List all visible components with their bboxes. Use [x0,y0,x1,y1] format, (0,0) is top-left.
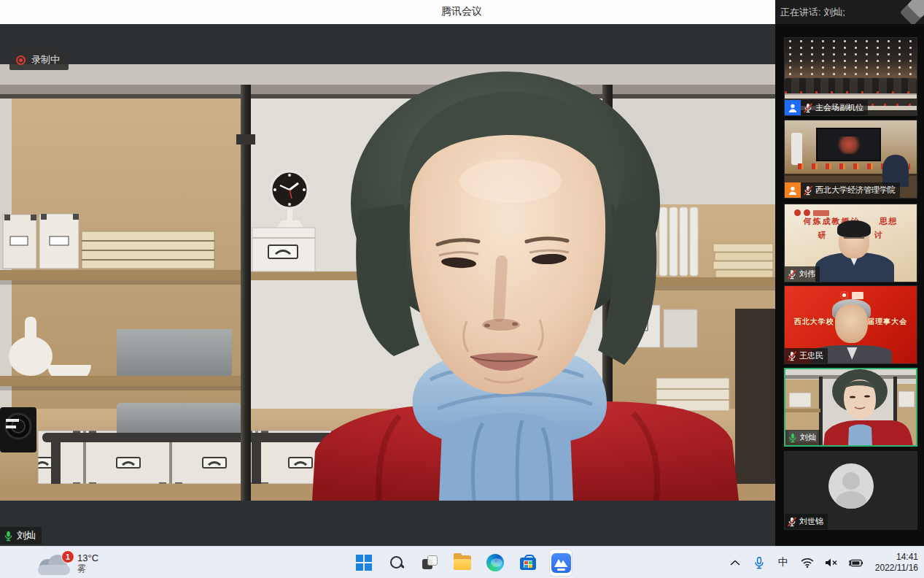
task-view-icon [422,555,438,571]
participant-name: 主会场副机位 [815,102,863,113]
participant-label: 主会场副机位 [801,100,868,115]
taskbar: 1 13°C 雾 [0,546,924,578]
speaker-nametag: 刘灿 [0,527,42,544]
participant-tile-main-venue[interactable]: 主会场副机位 [784,37,917,116]
microsoft-store-button[interactable] [517,550,539,576]
tencent-meeting-icon [551,553,571,573]
main-video-stage[interactable]: 录制中 刘灿 [0,24,775,546]
cloud-icon: 1 [36,553,73,575]
wifi-tray-button[interactable] [800,552,815,573]
tencent-meeting-window: 腾讯会议 正在讲话: 刘灿; [0,0,924,578]
participant-name: 刘灿 [800,432,816,443]
avatar [828,463,874,509]
participants-sidebar: 主会场副机位 西北大学经济管理学院 [775,24,924,546]
microphone-icon [754,557,764,569]
system-tray: 中 [728,547,918,578]
folder-icon [454,555,471,570]
task-view-button[interactable] [419,550,440,576]
volume-tray-button[interactable] [824,552,839,573]
mic-muted-icon [787,269,797,280]
participant-tile-liuwei[interactable]: 何炼成教授治思想 研讨 刘伟 [784,204,917,282]
mic-muted-icon [803,103,813,113]
notification-badge: 1 [61,550,74,563]
volume-muted-icon [825,558,838,568]
edge-browser-icon [486,554,504,571]
battery-charging-icon [848,558,863,568]
participant-name: 西北大学经济管理学院 [815,185,896,196]
person-badge-icon [785,100,801,115]
speaker-name: 刘灿 [17,529,36,542]
main-video[interactable] [0,64,775,501]
search-icon [389,555,405,571]
recording-label: 录制中 [31,53,60,66]
microsoft-store-icon [520,555,536,571]
mic-muted-icon [803,185,813,196]
participant-label: 刘灿 [785,430,820,445]
tray-overflow-button[interactable] [728,552,742,573]
mic-muted-icon [787,517,797,527]
tray-time: 14:41 [875,552,918,563]
banner-emblem [840,291,863,299]
participant-name: 刘世锦 [799,516,823,527]
participant-label: 刘伟 [785,266,820,282]
edge-button[interactable] [484,550,506,576]
ime-indicator[interactable]: 中 [776,552,791,573]
weather-condition: 雾 [77,563,98,574]
participant-label: 西北大学经济管理学院 [801,182,900,198]
recording-badge: 录制中 [9,50,69,70]
tray-date: 2022/11/16 [875,563,918,574]
windows-start-icon [356,555,372,571]
weather-widget[interactable]: 1 13°C 雾 [36,549,98,575]
weather-temperature: 13°C [77,552,98,563]
recording-icon [16,55,26,65]
participant-tile-nwu-school[interactable]: 西北大学经济管理学院 [784,120,917,199]
window-titlebar [0,0,775,24]
main-video-scene [0,64,775,501]
taskbar-app-icons [353,547,572,578]
microphone-tray-button[interactable] [752,552,766,573]
mic-on-icon [788,433,798,443]
participant-name: 刘伟 [799,269,815,280]
participant-label: 刘世锦 [785,514,828,529]
window-title: 腾讯会议 [441,5,482,18]
person-badge-icon [785,182,801,198]
participant-tile-liushijin[interactable]: 刘世锦 [784,451,917,530]
participant-tile-liucan[interactable]: 刘灿 [784,368,917,447]
start-button[interactable] [353,550,375,576]
wifi-icon [801,558,814,568]
tencent-meeting-taskbar-button[interactable] [550,550,572,576]
participant-tile-wangzhongmin[interactable]: 西北大学校 届理事大会 王忠民 [784,285,917,364]
file-explorer-button[interactable] [451,550,473,576]
participant-name: 王忠民 [799,350,823,361]
search-button[interactable] [386,550,408,576]
clock-widget[interactable]: 14:41 2022/11/16 [872,552,918,574]
mic-muted-icon [787,351,797,361]
speaking-label: 正在讲话: 刘灿; [780,7,845,18]
ime-chinese-label: 中 [778,556,788,569]
mic-on-icon [3,531,14,542]
speaking-indicator: 正在讲话: 刘灿; [775,0,924,24]
chevron-up-icon [730,560,740,566]
tencent-meeting-logo-icon [904,0,924,22]
battery-tray-button[interactable] [848,552,863,573]
participant-label: 王忠民 [785,348,828,363]
